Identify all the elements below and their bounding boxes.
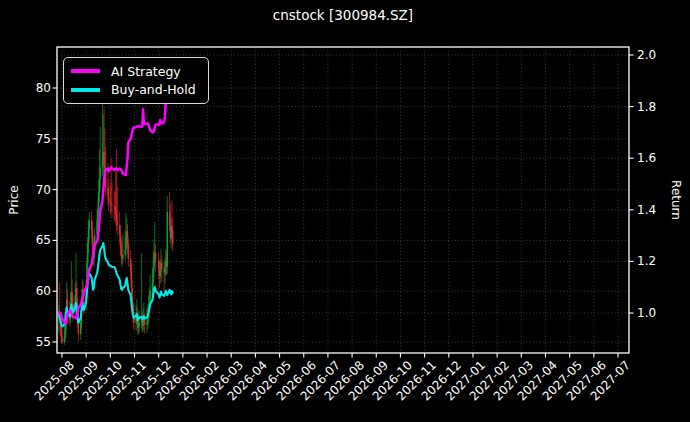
y-right-tick-label: 1.4	[637, 203, 656, 217]
y-left-tick-label: 65	[0, 233, 51, 247]
y-right-tick-label: 1.6	[637, 151, 656, 165]
y-left-tick-label: 70	[0, 183, 51, 197]
candle-body-up	[139, 323, 140, 326]
buy-and-hold-line-swatch	[71, 88, 100, 92]
legend-label-buy-and-hold: Buy-and-Hold	[111, 83, 196, 96]
ai-strategy-line-swatch	[71, 69, 100, 73]
candle-body-down	[78, 323, 79, 334]
chart-figure: cnstock [300984.SZ] Price Return 5560657…	[0, 0, 690, 422]
candle-body-down	[108, 197, 109, 202]
y-left-tick-label: 55	[0, 335, 51, 349]
candle-body-up	[149, 291, 150, 301]
chart-title: cnstock [300984.SZ]	[273, 7, 413, 23]
y-left-tick-label: 80	[0, 81, 51, 95]
y-right-tick-label: 1.8	[637, 100, 656, 114]
candle-body-down	[155, 253, 156, 261]
y-right-tick-label: 1.2	[637, 254, 656, 268]
candle-body-up	[167, 212, 168, 267]
legend-label-ai-strategy: AI Strategy	[111, 65, 181, 78]
candle-body-down	[117, 222, 118, 225]
y-axis-label-return: Return	[669, 180, 683, 220]
legend-item-ai-strategy: AI Strategy	[71, 65, 201, 78]
candle-body-up	[89, 220, 90, 228]
candle-body-down	[161, 263, 162, 269]
y-left-tick-label: 75	[0, 132, 51, 146]
candle-body-down	[111, 205, 112, 206]
y-right-tick-label: 2.0	[637, 48, 656, 62]
candle-body-down	[61, 337, 62, 342]
legend-item-buy-and-hold: Buy-and-Hold	[71, 83, 201, 96]
candle-body-down	[128, 244, 129, 258]
y-right-tick-label: 1.0	[637, 306, 656, 320]
candle-body-up	[122, 255, 123, 259]
legend: AI Strategy Buy-and-Hold	[63, 57, 209, 104]
y-left-tick-label: 60	[0, 284, 51, 298]
candle-body-up	[100, 167, 101, 179]
candle-body-down	[172, 230, 173, 244]
